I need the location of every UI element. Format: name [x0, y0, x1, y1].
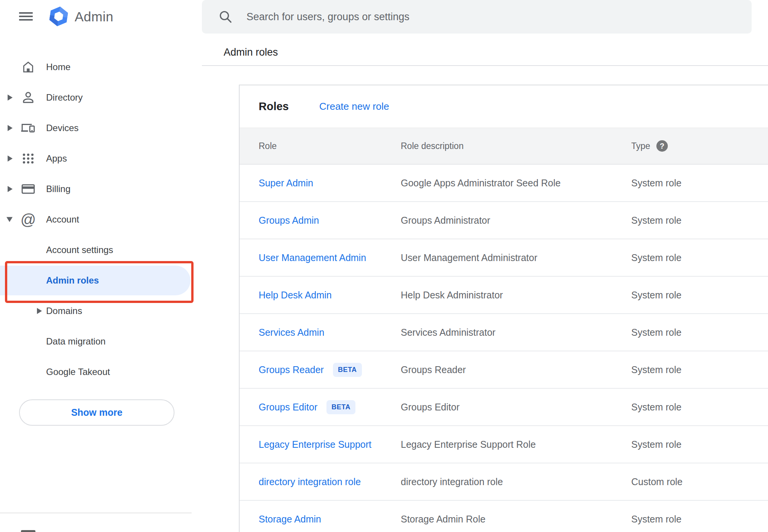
sidebar-item-domains[interactable]: Domains — [0, 296, 202, 326]
sidebar: Admin Home — [0, 0, 202, 532]
main-content: Admin roles Roles Create new role Role R… — [202, 0, 768, 532]
card-header: Roles Create new role — [240, 85, 768, 128]
role-description: Groups Editor — [401, 402, 631, 413]
role-description: directory integration role — [401, 476, 631, 487]
role-type: System role — [631, 252, 768, 263]
create-new-role-link[interactable]: Create new role — [319, 101, 389, 112]
sidebar-item-google-takeout[interactable]: Google Takeout — [0, 357, 202, 387]
role-type: Custom role — [631, 476, 768, 487]
collapse-arrow-icon[interactable] — [6, 217, 13, 222]
role-type: System role — [631, 402, 768, 413]
role-cell: directory integration role — [259, 476, 401, 487]
devices-icon — [20, 120, 37, 136]
table-row: Super Admin Google Apps Administrator Se… — [240, 165, 768, 202]
sidebar-item-billing[interactable]: Billing — [0, 174, 202, 204]
sidebar-bottom-divider — [0, 513, 192, 513]
role-link[interactable]: Help Desk Admin — [259, 290, 332, 301]
role-type: System role — [631, 327, 768, 338]
role-description: Legacy Enterprise Support Role — [401, 439, 631, 450]
role-type: System role — [631, 514, 768, 525]
table-row: Help Desk Admin Help Desk Administrator … — [240, 277, 768, 314]
role-cell: Storage Admin — [259, 514, 401, 525]
sidebar-item-label: Data migration — [46, 336, 106, 347]
table-row: Legacy Enterprise Support Legacy Enterpr… — [240, 426, 768, 463]
table-body: Super Admin Google Apps Administrator Se… — [240, 165, 768, 532]
sidebar-item-label: Account settings — [46, 245, 113, 255]
role-description: Google Apps Administrator Seed Role — [401, 178, 631, 189]
sidebar-item-label: Home — [46, 62, 70, 72]
role-type: System role — [631, 439, 768, 450]
table-row: directory integration role directory int… — [240, 463, 768, 501]
role-link[interactable]: directory integration role — [259, 476, 361, 487]
role-link[interactable]: Legacy Enterprise Support — [259, 439, 371, 450]
help-icon[interactable]: ? — [656, 140, 668, 152]
header-divider — [202, 65, 768, 66]
role-cell: Help Desk Admin — [259, 290, 401, 301]
column-header-description: Role description — [401, 141, 631, 151]
admin-console-page: Admin Home — [0, 0, 768, 532]
role-link[interactable]: Groups Editor — [259, 402, 317, 413]
role-link[interactable]: Groups Reader — [259, 364, 324, 375]
beta-badge: BETA — [333, 363, 362, 377]
expand-arrow-icon[interactable] — [37, 308, 42, 314]
sidebar-item-label: Billing — [46, 184, 70, 194]
search-bar — [202, 0, 752, 34]
role-description: User Management Administrator — [401, 252, 631, 263]
sidebar-item-data-migration[interactable]: Data migration — [0, 326, 202, 357]
sidebar-item-label: Admin roles — [46, 275, 99, 286]
role-description: Storage Admin Role — [401, 514, 631, 525]
sidebar-item-account-settings[interactable]: Account settings — [0, 235, 202, 265]
app-title: Admin — [75, 9, 114, 24]
home-icon — [20, 59, 37, 75]
at-sign-icon: @ — [20, 211, 37, 228]
sidebar-item-admin-roles[interactable]: Admin roles — [0, 265, 202, 296]
hamburger-menu-icon[interactable] — [19, 11, 34, 22]
column-header-role: Role — [259, 141, 401, 151]
column-header-type: Type ? — [631, 140, 768, 152]
role-cell: User Management Admin — [259, 252, 401, 263]
sidebar-item-label: Domains — [46, 306, 82, 316]
search-input[interactable] — [202, 0, 752, 34]
sidebar-item-directory[interactable]: Directory — [0, 82, 202, 113]
page-title: Roles — [259, 100, 289, 113]
admin-logo-icon — [48, 6, 69, 27]
apps-grid-icon — [20, 150, 37, 167]
role-type: System role — [631, 290, 768, 301]
role-description: Services Administrator — [401, 327, 631, 338]
sidebar-item-label: Directory — [46, 92, 83, 103]
sidebar-item-label: Account — [46, 214, 79, 225]
expand-arrow-icon[interactable] — [8, 155, 13, 162]
sidebar-item-label: Apps — [46, 153, 67, 164]
expand-arrow-icon[interactable] — [8, 95, 13, 101]
role-link[interactable]: Services Admin — [259, 327, 324, 338]
table-row: Storage Admin Storage Admin Role System … — [240, 501, 768, 532]
role-type: System role — [631, 178, 768, 189]
table-row: Groups Editor BETA Groups Editor System … — [240, 389, 768, 426]
role-cell: Super Admin — [259, 178, 401, 189]
table-row: Services Admin Services Administrator Sy… — [240, 314, 768, 351]
role-type: System role — [631, 364, 768, 375]
breadcrumb: Admin roles — [224, 46, 278, 58]
sidebar-item-home[interactable]: Home — [0, 52, 202, 82]
role-description: Help Desk Administrator — [401, 290, 631, 301]
person-icon — [20, 89, 37, 106]
role-link[interactable]: User Management Admin — [259, 252, 366, 263]
sidebar-item-account[interactable]: @ Account — [0, 204, 202, 235]
sidebar-item-devices[interactable]: Devices — [0, 113, 202, 143]
role-cell: Services Admin — [259, 327, 401, 338]
sidebar-item-apps[interactable]: Apps — [0, 143, 202, 174]
roles-card: Roles Create new role Role Role descript… — [239, 85, 768, 532]
expand-arrow-icon[interactable] — [8, 125, 13, 131]
expand-arrow-icon[interactable] — [8, 186, 13, 192]
role-link[interactable]: Storage Admin — [259, 514, 321, 525]
role-link[interactable]: Groups Admin — [259, 215, 319, 226]
role-cell: Groups Editor BETA — [259, 400, 401, 414]
sidebar-item-label: Google Takeout — [46, 367, 110, 377]
table-row: Groups Admin Groups Administrator System… — [240, 202, 768, 239]
role-description: Groups Reader — [401, 364, 631, 375]
role-link[interactable]: Super Admin — [259, 178, 313, 189]
sidebar-header: Admin — [0, 0, 202, 34]
role-cell: Legacy Enterprise Support — [259, 439, 401, 450]
show-more-button[interactable]: Show more — [19, 399, 174, 426]
sidebar-item-label: Devices — [46, 123, 78, 133]
